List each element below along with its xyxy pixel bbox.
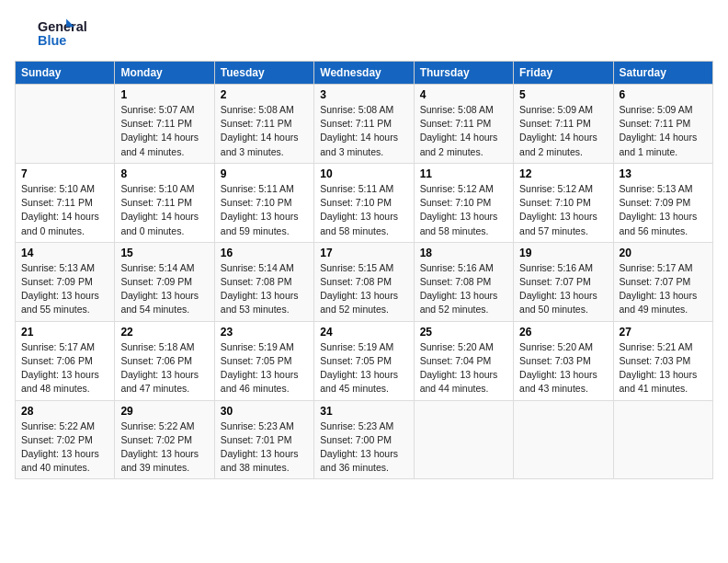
calendar-day-cell: 5Sunrise: 5:09 AMSunset: 7:11 PMDaylight… <box>514 85 613 164</box>
day-number: 15 <box>120 247 208 259</box>
day-number: 7 <box>21 167 108 180</box>
day-info: Sunrise: 5:22 AMSunset: 7:02 PMDaylight:… <box>120 419 208 476</box>
day-info: Sunrise: 5:11 AMSunset: 7:10 PMDaylight:… <box>320 182 407 238</box>
day-number: 14 <box>21 247 108 259</box>
calendar-day-cell: 23Sunrise: 5:19 AMSunset: 7:05 PMDayligh… <box>214 321 313 400</box>
day-info: Sunrise: 5:16 AMSunset: 7:07 PMDaylight:… <box>519 261 607 317</box>
calendar-day-cell: 30Sunrise: 5:23 AMSunset: 7:01 PMDayligh… <box>214 400 313 479</box>
logo: General Blue <box>15 15 97 52</box>
calendar-day-cell: 10Sunrise: 5:11 AMSunset: 7:10 PMDayligh… <box>314 163 414 242</box>
calendar-day-cell: 3Sunrise: 5:08 AMSunset: 7:11 PMDaylight… <box>314 85 414 164</box>
calendar-week-row: 21Sunrise: 5:17 AMSunset: 7:06 PMDayligh… <box>16 321 713 400</box>
day-number: 19 <box>519 247 607 259</box>
svg-text:General: General <box>38 19 87 34</box>
day-info: Sunrise: 5:16 AMSunset: 7:08 PMDaylight:… <box>420 261 507 317</box>
calendar-day-cell: 25Sunrise: 5:20 AMSunset: 7:04 PMDayligh… <box>414 321 513 400</box>
calendar-day-cell: 26Sunrise: 5:20 AMSunset: 7:03 PMDayligh… <box>514 321 613 400</box>
day-number: 22 <box>120 326 208 339</box>
calendar-table: SundayMondayTuesdayWednesdayThursdayFrid… <box>15 61 713 479</box>
calendar-day-cell <box>613 400 712 479</box>
calendar-day-cell <box>16 85 115 164</box>
calendar-week-row: 1Sunrise: 5:07 AMSunset: 7:11 PMDaylight… <box>16 85 713 164</box>
day-info: Sunrise: 5:15 AMSunset: 7:08 PMDaylight:… <box>320 261 407 317</box>
day-number: 31 <box>320 405 407 418</box>
day-number: 20 <box>620 247 707 259</box>
day-number: 16 <box>221 247 308 259</box>
day-number: 3 <box>320 88 407 101</box>
day-info: Sunrise: 5:20 AMSunset: 7:04 PMDaylight:… <box>420 340 507 396</box>
day-number: 30 <box>221 405 308 418</box>
day-number: 29 <box>120 405 208 418</box>
calendar-day-cell <box>414 400 513 479</box>
calendar-day-cell: 14Sunrise: 5:13 AMSunset: 7:09 PMDayligh… <box>16 242 115 321</box>
day-number: 27 <box>620 326 707 339</box>
calendar-day-cell: 29Sunrise: 5:22 AMSunset: 7:02 PMDayligh… <box>115 400 214 479</box>
day-info: Sunrise: 5:09 AMSunset: 7:11 PMDaylight:… <box>620 103 707 159</box>
day-number: 11 <box>420 167 507 180</box>
calendar-day-cell: 1Sunrise: 5:07 AMSunset: 7:11 PMDaylight… <box>115 85 214 164</box>
day-info: Sunrise: 5:20 AMSunset: 7:03 PMDaylight:… <box>519 340 607 396</box>
calendar-day-cell: 4Sunrise: 5:08 AMSunset: 7:11 PMDaylight… <box>414 85 513 164</box>
day-info: Sunrise: 5:10 AMSunset: 7:11 PMDaylight:… <box>21 182 108 238</box>
calendar-header: SundayMondayTuesdayWednesdayThursdayFrid… <box>16 62 713 85</box>
calendar-day-cell: 19Sunrise: 5:16 AMSunset: 7:07 PMDayligh… <box>514 242 613 321</box>
calendar-week-row: 28Sunrise: 5:22 AMSunset: 7:02 PMDayligh… <box>16 400 713 479</box>
calendar-day-cell: 28Sunrise: 5:22 AMSunset: 7:02 PMDayligh… <box>16 400 115 479</box>
day-number: 8 <box>120 167 208 180</box>
day-number: 1 <box>120 88 208 101</box>
calendar-day-cell <box>514 400 613 479</box>
day-number: 26 <box>519 326 607 339</box>
day-number: 13 <box>620 167 707 180</box>
calendar-day-cell: 24Sunrise: 5:19 AMSunset: 7:05 PMDayligh… <box>314 321 414 400</box>
day-info: Sunrise: 5:22 AMSunset: 7:02 PMDaylight:… <box>21 419 108 476</box>
day-info: Sunrise: 5:11 AMSunset: 7:10 PMDaylight:… <box>221 182 308 238</box>
day-info: Sunrise: 5:12 AMSunset: 7:10 PMDaylight:… <box>420 182 507 238</box>
calendar-day-cell: 15Sunrise: 5:14 AMSunset: 7:09 PMDayligh… <box>115 242 214 321</box>
day-info: Sunrise: 5:09 AMSunset: 7:11 PMDaylight:… <box>519 103 607 159</box>
day-number: 12 <box>519 167 607 180</box>
day-number: 5 <box>519 88 607 101</box>
day-number: 24 <box>320 326 407 339</box>
svg-text:Blue: Blue <box>38 33 66 48</box>
day-number: 6 <box>620 88 707 101</box>
calendar-day-cell: 13Sunrise: 5:13 AMSunset: 7:09 PMDayligh… <box>613 163 712 242</box>
calendar-day-cell: 12Sunrise: 5:12 AMSunset: 7:10 PMDayligh… <box>514 163 613 242</box>
day-info: Sunrise: 5:14 AMSunset: 7:08 PMDaylight:… <box>221 261 308 317</box>
day-number: 9 <box>221 167 308 180</box>
calendar-day-cell: 20Sunrise: 5:17 AMSunset: 7:07 PMDayligh… <box>613 242 712 321</box>
calendar-day-cell: 18Sunrise: 5:16 AMSunset: 7:08 PMDayligh… <box>414 242 513 321</box>
calendar-day-cell: 27Sunrise: 5:21 AMSunset: 7:03 PMDayligh… <box>613 321 712 400</box>
calendar-day-cell: 21Sunrise: 5:17 AMSunset: 7:06 PMDayligh… <box>16 321 115 400</box>
day-of-week-header: Saturday <box>613 62 712 85</box>
day-number: 10 <box>320 167 407 180</box>
calendar-day-cell: 2Sunrise: 5:08 AMSunset: 7:11 PMDaylight… <box>214 85 313 164</box>
calendar-day-cell: 11Sunrise: 5:12 AMSunset: 7:10 PMDayligh… <box>414 163 513 242</box>
day-of-week-header: Monday <box>115 62 214 85</box>
calendar-day-cell: 31Sunrise: 5:23 AMSunset: 7:00 PMDayligh… <box>314 400 414 479</box>
calendar-day-cell: 6Sunrise: 5:09 AMSunset: 7:11 PMDaylight… <box>613 85 712 164</box>
page-header: General Blue <box>15 15 713 52</box>
day-number: 4 <box>420 88 507 101</box>
calendar-day-cell: 7Sunrise: 5:10 AMSunset: 7:11 PMDaylight… <box>16 163 115 242</box>
day-info: Sunrise: 5:23 AMSunset: 7:01 PMDaylight:… <box>221 419 308 476</box>
day-number: 23 <box>221 326 308 339</box>
day-of-week-header: Thursday <box>414 62 513 85</box>
day-info: Sunrise: 5:13 AMSunset: 7:09 PMDaylight:… <box>620 182 707 238</box>
day-number: 17 <box>320 247 407 259</box>
day-info: Sunrise: 5:18 AMSunset: 7:06 PMDaylight:… <box>120 340 208 396</box>
calendar-body: 1Sunrise: 5:07 AMSunset: 7:11 PMDaylight… <box>16 85 713 479</box>
day-number: 18 <box>420 247 507 259</box>
calendar-day-cell: 8Sunrise: 5:10 AMSunset: 7:11 PMDaylight… <box>115 163 214 242</box>
day-info: Sunrise: 5:08 AMSunset: 7:11 PMDaylight:… <box>420 103 507 159</box>
day-number: 28 <box>21 405 108 418</box>
day-info: Sunrise: 5:14 AMSunset: 7:09 PMDaylight:… <box>120 261 208 317</box>
day-number: 2 <box>221 88 308 101</box>
day-of-week-header: Sunday <box>16 62 115 85</box>
day-number: 21 <box>21 326 108 339</box>
calendar-week-row: 7Sunrise: 5:10 AMSunset: 7:11 PMDaylight… <box>16 163 713 242</box>
day-of-week-header: Tuesday <box>214 62 313 85</box>
day-of-week-header: Wednesday <box>314 62 414 85</box>
day-info: Sunrise: 5:23 AMSunset: 7:00 PMDaylight:… <box>320 419 407 476</box>
day-info: Sunrise: 5:12 AMSunset: 7:10 PMDaylight:… <box>519 182 607 238</box>
day-info: Sunrise: 5:07 AMSunset: 7:11 PMDaylight:… <box>120 103 208 159</box>
